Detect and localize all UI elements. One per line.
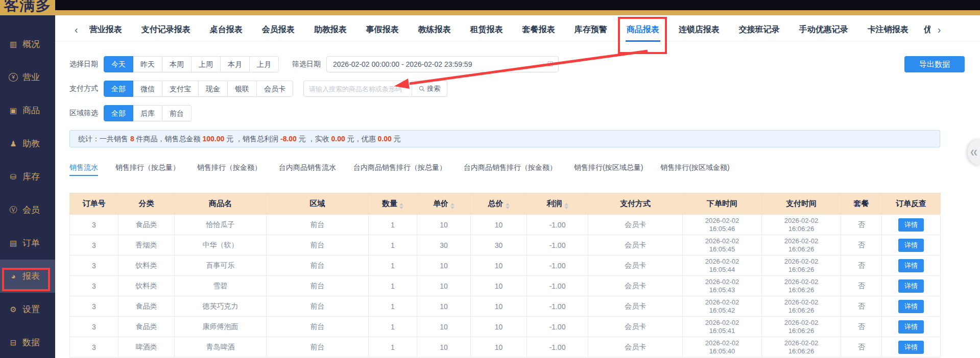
cell-region: 前台 bbox=[267, 317, 369, 337]
table-row: 3香烟类中华（软）前台13030-1.00会员卡2026-02-0216:05:… bbox=[70, 235, 941, 255]
report-tab[interactable]: 商品报表 bbox=[627, 24, 659, 35]
cell-order-no: 3 bbox=[70, 215, 118, 235]
sidebar-item-orders[interactable]: ▤订单 bbox=[0, 226, 55, 260]
date-quick-button[interactable]: 本周 bbox=[162, 56, 192, 72]
sidebar-item-assistant[interactable]: ♟助教 bbox=[0, 127, 55, 160]
sort-arrows-icon[interactable] bbox=[450, 203, 455, 209]
detail-button[interactable]: 详情 bbox=[898, 300, 924, 313]
sales-table: 订单号分类商品名区域数量单价总价利润支付方式下单时间支付时间套餐订单反查 3食品… bbox=[69, 193, 941, 357]
report-subtab[interactable]: 销售排行(按区域总量) bbox=[574, 163, 643, 172]
report-subtab[interactable]: 销售排行（按金额） bbox=[197, 163, 261, 172]
cell-qty: 1 bbox=[369, 296, 417, 317]
report-tab[interactable]: 桌台报表 bbox=[210, 24, 243, 35]
sidebar-item-label: 设置 bbox=[22, 303, 40, 315]
cell-profit: -1.00 bbox=[527, 337, 588, 357]
report-tab[interactable]: 连锁店报表 bbox=[679, 24, 720, 35]
column-header[interactable]: 利润 bbox=[527, 193, 588, 215]
column-header[interactable]: 总价 bbox=[471, 193, 527, 215]
sidebar-item-reports[interactable]: ◕报表 bbox=[0, 260, 55, 293]
report-subtab[interactable]: 销售流水 bbox=[69, 163, 98, 172]
report-tab[interactable]: 租赁报表 bbox=[470, 24, 503, 35]
export-data-button[interactable]: 导出数据 bbox=[904, 56, 965, 72]
pay-method-button[interactable]: 银联 bbox=[227, 81, 257, 97]
date-range-input[interactable]: ⊞ bbox=[326, 56, 559, 72]
report-tab[interactable]: 事假报表 bbox=[366, 24, 399, 35]
tabs-scroll-right-icon[interactable]: › bbox=[938, 24, 941, 35]
clipboard-icon: ▤ bbox=[9, 239, 18, 248]
report-subtab[interactable]: 台内商品销售排行（按金额） bbox=[464, 163, 557, 172]
pay-method-button[interactable]: 微信 bbox=[133, 81, 162, 97]
sidebar-item-inventory[interactable]: ⛁库存 bbox=[0, 160, 55, 193]
date-quick-buttons: 今天昨天本周上周本月上月 bbox=[104, 56, 279, 72]
region-button[interactable]: 全部 bbox=[104, 105, 133, 121]
sidebar-nav: ▥概况¥营业▣商品♟助教⛁库存Ⓥ会员▤订单◕报表⚙设置⊟数据 bbox=[0, 28, 55, 358]
report-tab[interactable]: 营业报表 bbox=[89, 24, 122, 35]
pay-method-button[interactable]: 现金 bbox=[198, 81, 228, 97]
sidebar-item-overview[interactable]: ▥概况 bbox=[0, 28, 55, 61]
search-button[interactable]: 搜索 bbox=[412, 81, 447, 97]
region-button[interactable]: 后库 bbox=[133, 105, 162, 121]
report-tab[interactable]: 会员报表 bbox=[262, 24, 295, 35]
sidebar-item-label: 会员 bbox=[22, 204, 40, 216]
product-search-input[interactable] bbox=[303, 81, 412, 97]
detail-button[interactable]: 详情 bbox=[898, 259, 924, 272]
sort-desc-icon bbox=[450, 207, 455, 209]
search-button-label: 搜索 bbox=[427, 84, 440, 93]
sidebar-item-data[interactable]: ⊟数据 bbox=[0, 326, 55, 358]
top-bar bbox=[55, 0, 980, 10]
search-icon bbox=[419, 86, 425, 92]
report-tab[interactable]: 助教报表 bbox=[314, 24, 347, 35]
detail-button[interactable]: 详情 bbox=[898, 341, 924, 354]
tab-overflow-fragment[interactable]: 优 bbox=[924, 24, 930, 35]
report-tab[interactable]: 教练报表 bbox=[418, 24, 451, 35]
report-tab[interactable]: 交接班记录 bbox=[739, 24, 780, 35]
region-button[interactable]: 前台 bbox=[162, 105, 192, 121]
sort-arrows-icon[interactable] bbox=[564, 203, 568, 209]
date-quick-button[interactable]: 上月 bbox=[249, 56, 279, 72]
report-subtab[interactable]: 销售排行（按总量） bbox=[115, 163, 180, 172]
report-tab[interactable]: 套餐报表 bbox=[522, 24, 555, 35]
datetime-date: 2026-02-02 bbox=[683, 278, 761, 286]
report-subtab[interactable]: 销售排行(按区域金额) bbox=[660, 163, 729, 172]
sidebar-item-business[interactable]: ¥营业 bbox=[0, 61, 55, 94]
cell-pay-method: 会员卡 bbox=[588, 276, 683, 296]
cell-qty: 1 bbox=[369, 317, 417, 337]
wrench-icon: ⚙ bbox=[9, 305, 18, 314]
date-filter-row: 选择日期 今天昨天本周上周本月上月 筛选日期 ⊞ bbox=[69, 56, 559, 72]
region-filter-label: 区域筛选 bbox=[69, 109, 98, 118]
sidebar-item-members[interactable]: Ⓥ会员 bbox=[0, 193, 55, 226]
cell-order-time: 2026-02-0216:05:46 bbox=[683, 215, 762, 235]
pay-method-button[interactable]: 支付宝 bbox=[162, 81, 199, 97]
sort-arrows-icon[interactable] bbox=[399, 203, 403, 209]
report-subtab[interactable]: 台内商品销售排行（按总量） bbox=[353, 163, 446, 172]
date-quick-button[interactable]: 昨天 bbox=[133, 56, 162, 72]
detail-button[interactable]: 详情 bbox=[898, 218, 924, 232]
cell-pay-method: 会员卡 bbox=[588, 337, 683, 357]
date-quick-button[interactable]: 上周 bbox=[191, 56, 221, 72]
date-quick-button[interactable]: 今天 bbox=[104, 56, 133, 72]
report-tab[interactable]: 手动优惠记录 bbox=[799, 24, 848, 35]
report-tab[interactable]: 库存预警 bbox=[575, 24, 607, 35]
report-subtab[interactable]: 台内商品销售流水 bbox=[279, 163, 336, 172]
pay-method-button[interactable]: 会员卡 bbox=[256, 81, 293, 97]
stat-value: 0.00 bbox=[331, 135, 345, 143]
detail-button[interactable]: 详情 bbox=[898, 320, 924, 334]
top-accent-bar bbox=[55, 10, 980, 15]
pay-method-button[interactable]: 全部 bbox=[104, 81, 133, 97]
report-tab[interactable]: 卡注销报表 bbox=[868, 24, 909, 35]
date-quick-button[interactable]: 本月 bbox=[220, 56, 250, 72]
cell-total-price: 10 bbox=[471, 276, 527, 296]
pie-chart-icon: ◕ bbox=[9, 272, 18, 280]
sidebar-item-settings[interactable]: ⚙设置 bbox=[0, 293, 55, 326]
report-tab[interactable]: 支付记录报表 bbox=[141, 24, 190, 35]
cell-region: 前台 bbox=[267, 296, 369, 317]
column-header[interactable]: 单价 bbox=[417, 193, 471, 215]
detail-button[interactable]: 详情 bbox=[898, 279, 924, 293]
sidebar-item-products[interactable]: ▣商品 bbox=[0, 94, 55, 127]
date-range-value[interactable] bbox=[333, 60, 543, 68]
tabs-scroll-left-icon[interactable]: ‹ bbox=[75, 24, 78, 35]
column-header[interactable]: 数量 bbox=[369, 193, 417, 215]
cell-pay-time: 2026-02-0216:06:26 bbox=[762, 235, 841, 255]
sort-arrows-icon[interactable] bbox=[506, 203, 510, 209]
detail-button[interactable]: 详情 bbox=[898, 239, 924, 252]
